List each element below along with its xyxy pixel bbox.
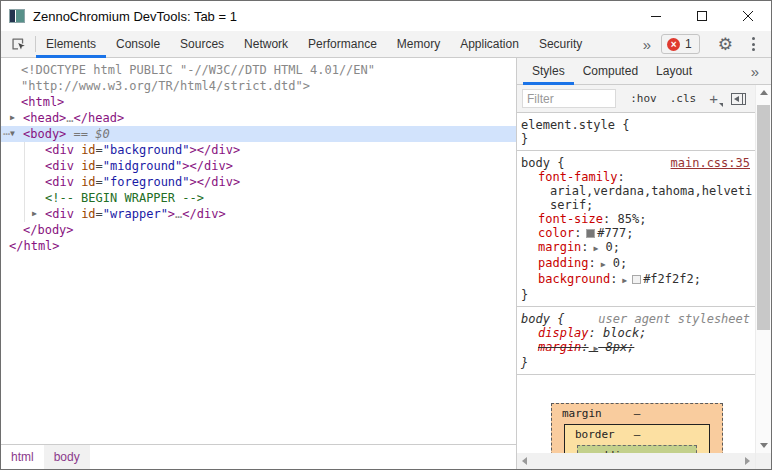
- css-property-name: display: [538, 326, 589, 340]
- code-token: </div>: [182, 207, 225, 221]
- scrollbar-corner: [756, 453, 771, 469]
- tab-performance[interactable]: Performance: [298, 31, 387, 57]
- elements-tree[interactable]: <!DOCTYPE html PUBLIC "-//W3C//DTD HTML …: [1, 58, 516, 444]
- code-token: == $0: [66, 127, 109, 141]
- css-property[interactable]: padding: ▶ 0;: [521, 256, 752, 272]
- tree-line[interactable]: <!-- BEGIN WRAPPER -->: [1, 190, 516, 206]
- tree-line[interactable]: <!DOCTYPE html PUBLIC "-//W3C//DTD HTML …: [1, 62, 516, 78]
- error-badge[interactable]: × 1: [661, 34, 700, 54]
- tree-line[interactable]: <html>: [1, 94, 516, 110]
- close-button[interactable]: [725, 1, 771, 31]
- kebab-menu-icon[interactable]: [742, 37, 765, 51]
- breadcrumb-item-body[interactable]: body: [44, 445, 90, 469]
- title-bar[interactable]: ZennoChromium DevTools: Tab = 1: [1, 1, 771, 31]
- new-style-rule-button[interactable]: +: [709, 91, 718, 106]
- tab-application[interactable]: Application: [450, 31, 529, 57]
- tab-sources[interactable]: Sources: [170, 31, 234, 57]
- scroll-right-icon[interactable]: [745, 457, 750, 465]
- stylesheet-link[interactable]: main.css:35: [671, 156, 750, 170]
- sidebar-tab-computed[interactable]: Computed: [574, 58, 647, 84]
- scroll-down-icon: [760, 443, 768, 448]
- expand-arrow-icon[interactable]: ▶: [617, 276, 627, 285]
- element-classes-button[interactable]: .cls: [670, 92, 697, 105]
- css-selector[interactable]: element.style: [521, 118, 615, 132]
- tab-network[interactable]: Network: [234, 31, 298, 57]
- expand-arrow-icon[interactable]: ▶: [596, 260, 606, 269]
- color-swatch[interactable]: [586, 229, 595, 238]
- inspect-element-button[interactable]: [1, 31, 35, 57]
- tab-security[interactable]: Security: [529, 31, 592, 57]
- app-icon: [9, 9, 25, 23]
- css-property[interactable]: margin: ▶ 8px;: [521, 340, 752, 356]
- margin-top-value[interactable]: –: [634, 407, 641, 421]
- css-property[interactable]: display: block;: [521, 326, 752, 340]
- maximize-button[interactable]: [679, 1, 725, 31]
- expand-arrow-icon[interactable]: ▶: [589, 344, 599, 353]
- scrollbar-thumb[interactable]: [757, 105, 770, 330]
- tree-line[interactable]: …▼<body> == $0: [1, 126, 516, 142]
- code-token: </head>: [74, 111, 125, 125]
- border-label: border: [575, 428, 615, 442]
- css-selector[interactable]: body: [521, 312, 550, 326]
- vertical-scrollbar[interactable]: [755, 85, 771, 469]
- css-property[interactable]: font-size: 85%;: [521, 212, 752, 226]
- code-token: =: [96, 207, 103, 221]
- styles-filter-input[interactable]: [522, 89, 616, 108]
- tree-line[interactable]: <div id="foreground"></div>: [1, 174, 516, 190]
- code-token: </html>: [9, 239, 60, 253]
- minimize-button[interactable]: [633, 1, 679, 31]
- box-model-padding[interactable]: padding–: [577, 445, 697, 453]
- code-token: >: [168, 207, 175, 221]
- expand-arrow-icon[interactable]: ▶: [32, 206, 37, 222]
- css-colon: :: [574, 226, 581, 240]
- css-property-name: font-size: [538, 212, 603, 226]
- tree-line[interactable]: <div id="midground"></div>: [1, 158, 516, 174]
- css-property[interactable]: color:#777;: [521, 226, 752, 240]
- code-token: id: [74, 143, 96, 157]
- settings-gear-icon[interactable]: ⚙: [709, 36, 742, 53]
- toggle-element-state-button[interactable]: :hov: [630, 92, 657, 105]
- stylesheet-origin: user agent stylesheet: [598, 312, 750, 326]
- sidebar-more-tabs-chevron-icon[interactable]: »: [751, 58, 759, 84]
- expand-arrow-icon[interactable]: ▶: [589, 244, 599, 253]
- scrollbar-track[interactable]: [756, 100, 771, 438]
- tab-console[interactable]: Console: [106, 31, 170, 57]
- sidebar-tab-styles[interactable]: Styles: [523, 58, 574, 84]
- box-model-border[interactable]: border–padding–: [564, 424, 710, 453]
- tree-line[interactable]: </body>: [1, 222, 516, 238]
- tree-line[interactable]: </html>: [1, 238, 516, 254]
- css-property-name: background: [538, 272, 610, 286]
- tab-elements[interactable]: Elements: [36, 31, 106, 57]
- border-top-value[interactable]: –: [634, 428, 641, 442]
- more-tabs-chevron-icon[interactable]: »: [633, 36, 661, 53]
- padding-top-value[interactable]: –: [634, 449, 641, 453]
- toggle-sidebar-icon[interactable]: [731, 93, 746, 105]
- code-token: "midground": [103, 159, 182, 173]
- code-token: ></div>: [190, 143, 241, 157]
- scroll-down-button[interactable]: [756, 438, 771, 453]
- css-property[interactable]: background: ▶#f2f2f2;: [521, 272, 752, 288]
- code-token: <html>: [21, 95, 64, 109]
- tab-memory[interactable]: Memory: [387, 31, 450, 57]
- code-token: "http://www.w3.org/TR/html4/strict.dtd">: [21, 79, 310, 93]
- scroll-left-icon[interactable]: [522, 457, 527, 465]
- tree-line[interactable]: "http://www.w3.org/TR/html4/strict.dtd">: [1, 78, 516, 94]
- tree-line[interactable]: ▶<head>…</head>: [1, 110, 516, 126]
- css-selector[interactable]: body: [521, 156, 550, 170]
- css-colon: :: [589, 256, 596, 270]
- more-actions-dots[interactable]: …: [3, 123, 9, 139]
- tree-line[interactable]: ▶<div id="wrapper">…</div>: [1, 206, 516, 222]
- scroll-up-button[interactable]: [756, 85, 771, 100]
- css-property[interactable]: margin: ▶ 0;: [521, 240, 752, 256]
- expand-arrow-icon[interactable]: ▶: [10, 110, 15, 126]
- tree-line[interactable]: <div id="background"></div>: [1, 142, 516, 158]
- sidebar-tab-layout[interactable]: Layout: [647, 58, 701, 84]
- color-swatch[interactable]: [632, 275, 641, 284]
- breadcrumb-item-html[interactable]: html: [1, 445, 44, 469]
- collapse-arrow-icon[interactable]: ▼: [10, 126, 15, 142]
- box-model-margin[interactable]: margin–border–padding–: [551, 403, 723, 453]
- main-tabs: ElementsConsoleSourcesNetworkPerformance…: [36, 31, 592, 57]
- horizontal-scrollbar[interactable]: [517, 453, 755, 469]
- margin-label: margin: [562, 407, 602, 421]
- css-property[interactable]: font-family:: [521, 170, 752, 184]
